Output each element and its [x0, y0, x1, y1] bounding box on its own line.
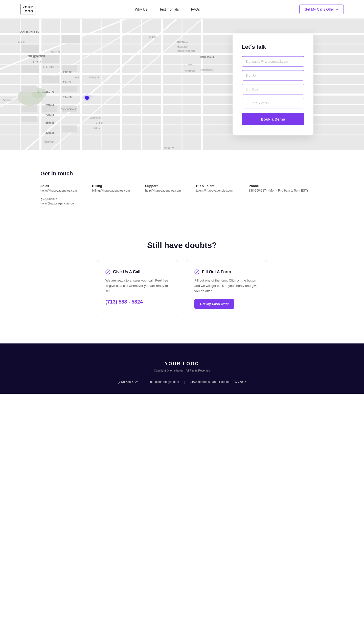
- svg-text:21st St: 21st St: [63, 81, 72, 84]
- book-demo-button[interactable]: Book a Demo: [242, 113, 304, 125]
- svg-text:28th St: 28th St: [46, 121, 54, 124]
- contact-col-phone: Phone 888-250-2174 (Mon - Fri / 9am to 5…: [249, 184, 308, 205]
- svg-text:TERRACE: TERRACE: [185, 70, 195, 72]
- nav-why-us[interactable]: Why Us: [135, 7, 147, 11]
- svg-text:Liberty St: Liberty St: [89, 76, 99, 79]
- col-value-sales: hello@happyagencies.com: [40, 189, 77, 192]
- call-card-title: Give Us A Call: [105, 269, 170, 274]
- doubts-cards: Give Us A Call We are ready to answer yo…: [40, 260, 324, 318]
- contact-columns: Sales hello@happyagencies.com ¿Español? …: [40, 184, 324, 205]
- svg-rect-37: [42, 106, 57, 112]
- contact-card: Let´s talk Book a Demo: [233, 34, 313, 135]
- call-card-heading: Give Us A Call: [113, 270, 140, 274]
- nav-cta-button[interactable]: Get My Cahs Offer →: [299, 5, 344, 14]
- form-card: Fill Out A Form Fill out one of the form…: [186, 260, 267, 318]
- svg-text:Mississippi St: Mississippi St: [200, 68, 214, 71]
- svg-text:Sanchez St: Sanchez St: [90, 117, 102, 119]
- form-card-title: Fill Out A Form: [194, 269, 259, 274]
- col-label-billing: Billing: [92, 184, 130, 188]
- nav-links: Why Us Testimonials FAQs: [135, 7, 200, 12]
- svg-text:COLE VALLEY: COLE VALLEY: [20, 31, 40, 34]
- footer-logo: YOUR LOGO: [20, 361, 344, 366]
- svg-text:27th St: 27th St: [46, 114, 54, 117]
- svg-text:17th St: 17th St: [33, 61, 41, 63]
- svg-text:23rd St: 23rd St: [63, 96, 72, 99]
- svg-text:Luk...: Luk...: [94, 127, 100, 129]
- footer-sep-2: |: [184, 380, 185, 384]
- check-circle-icon-2: [194, 269, 199, 274]
- svg-text:29th St: 29th St: [46, 131, 54, 134]
- contact-col-support: Support help@happyagencies.com: [145, 184, 181, 205]
- call-card-phone: (713) 588 - 5824: [105, 299, 170, 305]
- footer-email: info@homebuyer.com: [149, 380, 179, 384]
- svg-text:22nd St: 22nd St: [46, 91, 55, 94]
- col-label-sales: Sales: [40, 184, 77, 188]
- contact-col-billing: Billing billing@happyagencies.com: [92, 184, 130, 205]
- svg-text:Safeway: Safeway: [44, 140, 54, 143]
- svg-text:Noe: Noe: [75, 76, 79, 79]
- col-label-phone: Phone: [249, 184, 308, 188]
- svg-text:Misión San: Misión San: [177, 46, 188, 48]
- col-value-billing: billing@happyagencies.com: [92, 189, 130, 192]
- svg-rect-40: [62, 126, 77, 132]
- check-circle-icon: [105, 269, 110, 274]
- contact-col-sales: Sales hello@happyagencies.com ¿Español? …: [40, 184, 77, 205]
- svg-rect-31: [62, 35, 80, 43]
- col-label-hr: HR & Talent: [196, 184, 234, 188]
- footer-copyright: Copyright ©home buyer - All Rights Reser…: [20, 369, 344, 372]
- get-in-touch-section: Get in touch Sales hello@happyagencies.c…: [0, 150, 364, 220]
- svg-text:THE CASTRO: THE CASTRO: [43, 66, 59, 68]
- col-label-espanol: ¿Español?: [40, 197, 77, 201]
- svg-rect-35: [21, 86, 37, 92]
- col-value-support: help@happyagencies.com: [145, 189, 181, 192]
- doubts-section: Still have doubts? Give Us A Call We are…: [0, 220, 364, 343]
- col-label-support: Support: [145, 184, 181, 188]
- form-card-description: Fill out one of the form. Click on the b…: [194, 278, 259, 294]
- call-card-description: We are ready to answer your call. Feel f…: [105, 278, 170, 294]
- form-card-heading: Fill Out A Form: [202, 270, 231, 274]
- svg-point-76: [106, 270, 110, 274]
- footer-address: 3100 Timmons Lane, Houston - TX 77027: [190, 380, 246, 384]
- svg-text:TRIANGLE: TRIANGLE: [177, 41, 188, 43]
- svg-text:20th St: 20th St: [63, 71, 72, 74]
- footer-links: (713) 588-5824 | info@homebuyer.com | 31…: [20, 380, 344, 384]
- map-section: Cole St States St 16th St 17th St COLE V…: [0, 19, 364, 150]
- svg-text:States St: States St: [51, 51, 60, 53]
- svg-text:California: California: [3, 99, 12, 101]
- last-name-field[interactable]: [242, 84, 304, 95]
- svg-text:OTRERO: OTRERO: [185, 63, 194, 66]
- col-value-hr: talent@happyagencies.com: [196, 189, 234, 192]
- email-field[interactable]: [242, 56, 304, 67]
- contact-col-hr: HR & Talent talent@happyagencies.com: [196, 184, 234, 205]
- get-in-touch-heading: Get in touch: [40, 170, 324, 177]
- svg-text:Francisco de Asís: Francisco de Asís: [177, 50, 195, 52]
- footer-phone: (713) 588-5824: [118, 380, 139, 384]
- logo: YOUR LOGO: [20, 4, 35, 14]
- svg-rect-28: [21, 45, 39, 53]
- svg-text:Mount Olympus: Mount Olympus: [28, 55, 45, 57]
- nav-testimonials[interactable]: Testimonials: [159, 7, 179, 11]
- get-cash-offer-button[interactable]: Get My Cash Offer: [194, 299, 234, 309]
- svg-text:Mariposa St: Mariposa St: [200, 56, 214, 58]
- call-card: Give Us A Call We are ready to answer yo…: [97, 260, 178, 318]
- svg-text:HEIGHTS: HEIGHTS: [164, 147, 174, 149]
- footer-sep-1: |: [144, 380, 144, 384]
- navbar: YOUR LOGO Why Us Testimonials FAQs Get M…: [0, 0, 364, 19]
- svg-text:27th St: 27th St: [96, 122, 103, 124]
- svg-text:23rd: 23rd: [88, 95, 93, 98]
- svg-rect-34: [62, 86, 77, 92]
- first-name-field[interactable]: [242, 70, 304, 81]
- svg-point-77: [195, 270, 199, 274]
- svg-text:NOE VALLEY: NOE VALLEY: [61, 107, 76, 110]
- contact-form-title: Let´s talk: [242, 44, 304, 50]
- phone-field[interactable]: [242, 98, 304, 108]
- svg-text:15th St: 15th St: [149, 36, 156, 38]
- footer: YOUR LOGO Copyright ©home buyer - All Ri…: [0, 343, 364, 394]
- nav-faqs[interactable]: FAQs: [191, 7, 200, 11]
- svg-rect-32: [42, 76, 59, 83]
- svg-text:24th St: 24th St: [46, 104, 54, 106]
- svg-rect-39: [21, 116, 37, 122]
- svg-text:Cole St: Cole St: [18, 41, 25, 43]
- col-value-phone: 888-250-2174 (Mon - Fri / 9am to 5pm EST…: [249, 189, 308, 192]
- col-value-espanol: hola@happyagencies.com: [40, 202, 77, 205]
